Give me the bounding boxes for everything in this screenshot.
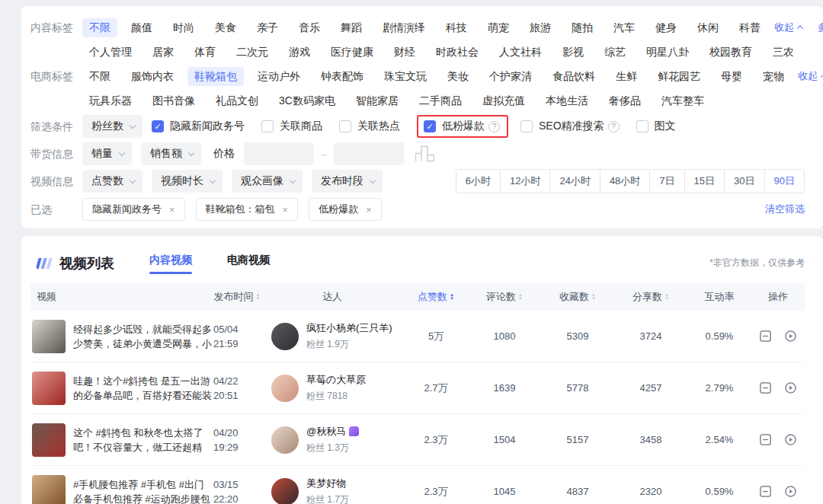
content-tag-2-3[interactable]: 二次元 — [229, 43, 275, 62]
video-dropdown-2[interactable]: 观众画像 — [232, 170, 303, 193]
histogram-icon[interactable] — [415, 145, 435, 162]
remove-filter-icon[interactable]: × — [366, 204, 372, 215]
column-header-1[interactable]: 发布时间▲▼ — [213, 290, 261, 304]
fans-count-dropdown[interactable]: 粉丝数 — [82, 115, 143, 138]
time-range-button-2[interactable]: 24小时 — [549, 170, 599, 193]
video-dropdown-0[interactable]: 点赞数 — [82, 170, 143, 193]
creator-avatar[interactable] — [271, 478, 299, 504]
content-tag-0[interactable]: 不限 — [82, 18, 117, 37]
ecom-collapse-link[interactable]: 收起 — [798, 69, 823, 83]
content-tag-9[interactable]: 萌宠 — [481, 18, 516, 37]
play-video-icon[interactable] — [784, 330, 797, 343]
creator-avatar[interactable] — [271, 323, 299, 350]
ecom-tag-4[interactable]: 钟表配饰 — [314, 67, 370, 86]
ecom-tag-2[interactable]: 鞋靴箱包 — [187, 67, 244, 86]
ecom-tag-5[interactable]: 珠宝文玩 — [377, 67, 434, 86]
checkbox-item-1[interactable]: 关联商品 — [261, 120, 322, 133]
ecom-tag-6[interactable]: 美妆 — [440, 67, 476, 86]
time-range-button-0[interactable]: 6小时 — [456, 170, 500, 193]
video-dropdown-3[interactable]: 发布时段 — [312, 170, 383, 193]
ecom-tag-2-1[interactable]: 图书音像 — [146, 91, 202, 110]
content-tag-2-5[interactable]: 医疗健康 — [324, 43, 380, 62]
checkbox-item-2[interactable]: 关联热点 — [339, 120, 400, 133]
tab-content-videos[interactable]: 内容视频 — [149, 254, 192, 274]
ecom-tag-3[interactable]: 运动户外 — [251, 67, 307, 86]
content-tag-2-4[interactable]: 游戏 — [282, 43, 317, 62]
ecom-tag-2-9[interactable]: 汽车整车 — [655, 91, 711, 110]
ecom-tag-2-8[interactable]: 奢侈品 — [602, 91, 648, 110]
data-detail-icon[interactable] — [759, 381, 772, 394]
content-tag-2-10[interactable]: 综艺 — [597, 43, 632, 62]
creator-name[interactable]: 美梦好物 — [306, 477, 349, 490]
remove-filter-icon[interactable]: × — [283, 204, 289, 215]
ecom-tag-2-5[interactable]: 二手商品 — [412, 91, 469, 110]
ecom-tag-1[interactable]: 服饰内衣 — [124, 67, 181, 86]
ecom-tag-2-0[interactable]: 玩具乐器 — [82, 91, 139, 110]
content-tag-2-0[interactable]: 个人管理 — [82, 43, 139, 62]
content-tag-6[interactable]: 舞蹈 — [334, 18, 369, 37]
content-tag-4[interactable]: 亲子 — [250, 18, 285, 37]
checkbox-item-0[interactable]: ✓隐藏新闻政务号 — [152, 120, 245, 133]
content-tag-2-8[interactable]: 人文社科 — [492, 43, 549, 62]
commerce-dropdown-1[interactable]: 销售额 — [141, 142, 201, 165]
content-tag-2-13[interactable]: 三农 — [766, 43, 801, 62]
content-tag-12[interactable]: 汽车 — [607, 18, 642, 37]
data-detail-icon[interactable] — [759, 485, 772, 498]
help-icon[interactable]: ? — [488, 121, 500, 132]
data-detail-icon[interactable] — [759, 433, 772, 446]
content-tag-7[interactable]: 剧情演绎 — [376, 18, 432, 37]
sort-icon[interactable]: ▲▼ — [256, 293, 261, 301]
checkbox-item-4[interactable]: SEO精准搜索? — [520, 120, 620, 133]
video-title[interactable]: 哇趣！这个#斜挎包 是五一出游的必备单品吧，百搭好看还能装#... — [73, 374, 213, 403]
commerce-dropdown-0[interactable]: 销量 — [82, 142, 132, 165]
video-thumbnail[interactable] — [32, 475, 66, 504]
creator-avatar[interactable] — [271, 375, 299, 402]
content-tag-5[interactable]: 音乐 — [292, 18, 327, 37]
ecom-tag-9[interactable]: 生鲜 — [609, 67, 644, 86]
checkbox-item-3[interactable]: ✓低粉爆款? — [424, 120, 500, 133]
time-range-button-7[interactable]: 90日 — [764, 170, 804, 193]
video-thumbnail[interactable] — [32, 320, 66, 353]
column-header-4[interactable]: 评论数▲▼ — [468, 290, 541, 304]
play-video-icon[interactable] — [784, 485, 797, 498]
ecom-tag-8[interactable]: 食品饮料 — [546, 67, 602, 86]
data-detail-icon[interactable] — [759, 330, 772, 343]
content-tag-2[interactable]: 时尚 — [166, 18, 201, 37]
content-tag-10[interactable]: 旅游 — [523, 18, 558, 37]
content-tag-2-1[interactable]: 居家 — [146, 43, 181, 62]
content-tag-3[interactable]: 美食 — [208, 18, 243, 37]
video-title[interactable]: 这个 #斜挎包 和秋冬也太搭了吧！不仅容量大，做工还超精细... — [73, 426, 213, 455]
sort-icon[interactable]: ▲▼ — [591, 293, 596, 301]
price-max-input[interactable] — [334, 142, 404, 165]
ecom-tag-2-4[interactable]: 智能家居 — [349, 91, 405, 110]
content-tag-2-6[interactable]: 财经 — [387, 43, 422, 62]
sort-icon[interactable]: ▲▼ — [450, 293, 454, 301]
time-range-button-5[interactable]: 15日 — [684, 170, 724, 193]
content-tag-15[interactable]: 科普 — [732, 18, 767, 37]
ecom-tag-12[interactable]: 宠物 — [756, 67, 791, 86]
creator-avatar[interactable] — [271, 426, 299, 454]
content-tag-2-11[interactable]: 明星八卦 — [639, 43, 696, 62]
content-tag-11[interactable]: 随拍 — [565, 18, 600, 37]
column-header-3[interactable]: 点赞数▲▼ — [404, 290, 468, 304]
content-tag-13[interactable]: 健身 — [648, 18, 684, 37]
ecom-tag-11[interactable]: 母婴 — [714, 67, 749, 86]
video-title[interactable]: #手机腰包推荐 #手机包 #出门必备手机包推荐 #运动跑步腰包 # — [73, 477, 213, 504]
play-video-icon[interactable] — [784, 433, 797, 446]
ecom-tag-2-3[interactable]: 3C数码家电 — [272, 91, 342, 110]
tab-ecom-videos[interactable]: 电商视频 — [227, 254, 270, 274]
ecom-tag-0[interactable]: 不限 — [82, 67, 117, 86]
time-range-button-3[interactable]: 48小时 — [600, 170, 649, 193]
checkbox-unchecked-icon[interactable] — [261, 120, 274, 132]
remove-filter-icon[interactable]: × — [169, 204, 175, 215]
video-dropdown-1[interactable]: 视频时长 — [152, 170, 223, 193]
price-min-input[interactable] — [244, 142, 314, 165]
time-range-button-6[interactable]: 30日 — [724, 170, 764, 193]
video-thumbnail[interactable] — [32, 372, 66, 405]
checkbox-unchecked-icon[interactable] — [339, 120, 351, 132]
checkbox-item-5[interactable]: 图文 — [636, 120, 676, 133]
video-title[interactable]: 经得起多少诋毁，就能受得起多少赞美，徒弟小黄遭受网暴，小杨... — [73, 322, 213, 351]
creator-name[interactable]: @秋秋马 — [306, 425, 359, 439]
ecom-tag-2-2[interactable]: 礼品文创 — [209, 91, 265, 110]
checkbox-checked-icon[interactable]: ✓ — [424, 120, 436, 132]
